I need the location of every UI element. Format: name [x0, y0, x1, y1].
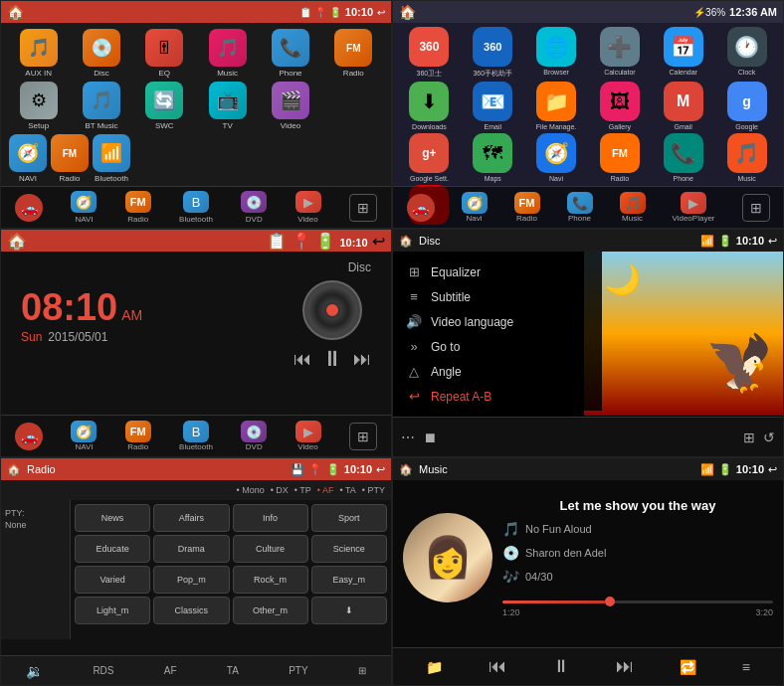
- radio-btn-news[interactable]: News: [75, 504, 150, 532]
- folder-btn[interactable]: 📁: [426, 659, 443, 675]
- nav-navi[interactable]: 🧭 NAVI: [71, 191, 97, 224]
- back-icon-p3[interactable]: ↩: [372, 233, 385, 250]
- nav-radio[interactable]: FM Radio: [125, 191, 151, 224]
- back-icon-p4[interactable]: ↩: [768, 235, 777, 248]
- radio-btn-drama[interactable]: Drama: [153, 535, 229, 563]
- menu-btn[interactable]: ⊞: [743, 429, 755, 445]
- music-playlist-btn[interactable]: ≡: [742, 659, 750, 675]
- app-navi2[interactable]: 🧭 NAVI: [9, 134, 47, 183]
- android-app-360helper[interactable]: 360 360手机助手: [463, 27, 523, 79]
- radio-btn-down[interactable]: ⬇: [311, 597, 387, 624]
- android-app-music2[interactable]: 🎵 Music: [716, 133, 777, 182]
- nav3-navi[interactable]: 🧭 NAVI: [71, 421, 97, 451]
- music-pause-btn[interactable]: ⏸: [552, 656, 570, 677]
- radio-btn-otherm[interactable]: Other_m: [233, 597, 308, 624]
- android-app-navi[interactable]: 🧭 Navi: [526, 133, 587, 182]
- stop-btn[interactable]: ⏹: [423, 429, 437, 445]
- android-app-gmail[interactable]: M Gmail: [653, 82, 713, 130]
- app-tv[interactable]: 📺 TV: [198, 82, 257, 130]
- app-disc[interactable]: 💿 Disc: [72, 29, 130, 78]
- android-app-files[interactable]: 📁 File Manage.: [526, 82, 587, 130]
- android-app-maps[interactable]: 🗺 Maps: [463, 133, 523, 182]
- nav2-navi[interactable]: 🧭 Navi: [462, 192, 488, 223]
- nav3-bt[interactable]: B Bluetooth: [179, 421, 213, 451]
- music-repeat-btn[interactable]: 🔁: [680, 659, 696, 675]
- nav2-video[interactable]: ▶ VideoPlayer: [673, 192, 715, 223]
- nav3-dvd[interactable]: 💿 DVD: [241, 421, 267, 451]
- back-icon-p6[interactable]: ↩: [768, 463, 777, 476]
- grid-btn-p2[interactable]: ⊞: [742, 194, 770, 222]
- android-app-radio[interactable]: FM Radio: [589, 133, 650, 182]
- menu-subtitle[interactable]: ≡ Subtitle: [393, 284, 602, 309]
- nav2-car[interactable]: 🚗: [407, 194, 435, 222]
- nav-video[interactable]: ▶ Video: [295, 191, 321, 224]
- app-fmradio[interactable]: FM Radio: [51, 134, 89, 183]
- app-aux[interactable]: 🎵 AUX IN: [9, 29, 68, 78]
- radio-btn-info[interactable]: Info: [233, 504, 308, 532]
- app-swc[interactable]: 🔄 SWC: [135, 82, 194, 130]
- menu-goto[interactable]: » Go to: [393, 334, 602, 359]
- radio-btn-classics[interactable]: Classics: [153, 597, 229, 624]
- nav-car-btn[interactable]: 🚗: [15, 194, 43, 222]
- more-btn[interactable]: ⋯: [401, 429, 415, 445]
- nav-bt[interactable]: B Bluetooth: [179, 191, 213, 224]
- music-prev-btn[interactable]: ⏮: [489, 656, 506, 677]
- android-app-email[interactable]: 📧 Email: [463, 82, 523, 130]
- car-icon-p3[interactable]: 🚗: [15, 423, 43, 450]
- radio-btn-popm[interactable]: Pop_m: [153, 566, 229, 594]
- android-app-google[interactable]: g Google: [716, 82, 777, 130]
- nav3-radio[interactable]: FM Radio: [125, 421, 151, 451]
- app-phone[interactable]: 📞 Phone: [261, 29, 319, 78]
- menu-equalizer[interactable]: ⊞ Equalizer: [393, 259, 602, 284]
- android-app-clock[interactable]: 🕐 Clock: [716, 27, 777, 79]
- pause-btn[interactable]: ⏸: [321, 346, 343, 372]
- ta-btn[interactable]: TA: [227, 665, 239, 676]
- app-video[interactable]: 🎬 Video: [261, 82, 319, 130]
- android-app-calc[interactable]: ➕ Calculator: [589, 27, 650, 79]
- radio-btn-sport[interactable]: Sport: [311, 504, 387, 532]
- nav2-music[interactable]: 🎵 Music: [620, 192, 646, 223]
- app-radio[interactable]: FM Radio: [324, 29, 383, 78]
- nav3-video[interactable]: ▶ Video: [295, 421, 321, 451]
- rds-btn[interactable]: RDS: [93, 665, 113, 676]
- android-app-phone[interactable]: 📞 Phone: [653, 133, 713, 182]
- radio-btn-educate[interactable]: Educate: [75, 535, 150, 563]
- app-setup[interactable]: ⚙ Setup: [9, 82, 68, 130]
- nav2-radio[interactable]: FM Radio: [514, 192, 540, 223]
- radio-btn-lightm[interactable]: Light_m: [75, 597, 150, 624]
- app-bt2[interactable]: 📶 Bluetooth: [93, 134, 130, 183]
- grid-btn-p3[interactable]: ⊞: [349, 423, 377, 450]
- android-app-gsettings[interactable]: g+ Google Sett.: [399, 133, 460, 182]
- radio-btn-culture[interactable]: Culture: [233, 535, 308, 563]
- radio-btn-science[interactable]: Science: [311, 535, 387, 563]
- menu-videolang[interactable]: 🔊 Video language: [393, 309, 602, 334]
- music-next-btn[interactable]: ⏭: [616, 656, 634, 677]
- app-btmusic[interactable]: 🎵 BT Music: [72, 82, 130, 130]
- settings-btn[interactable]: ⊞: [358, 665, 366, 676]
- android-app-360[interactable]: 360 360卫士: [399, 27, 460, 79]
- vol-down-icon[interactable]: 🔉: [26, 663, 43, 679]
- app-music[interactable]: 🎵 Music: [198, 29, 257, 78]
- prev-btn[interactable]: ⏮: [294, 349, 311, 370]
- radio-btn-easym[interactable]: Easy_m: [311, 566, 387, 594]
- android-app-gallery[interactable]: 🖼 Gallery: [589, 82, 650, 130]
- app-eq[interactable]: 🎚 EQ: [135, 29, 194, 78]
- nav-dvd[interactable]: 💿 DVD: [241, 191, 267, 224]
- radio-btn-rockm[interactable]: Rock_m: [233, 566, 308, 594]
- android-app-downloads[interactable]: ⬇ Downloads: [399, 82, 460, 130]
- menu-repeat[interactable]: ↩ Repeat A-B: [393, 384, 602, 409]
- menu-angle[interactable]: △ Angle: [393, 359, 602, 384]
- progress-bar[interactable]: [502, 600, 773, 603]
- radio-btn-affairs[interactable]: Affairs: [153, 504, 229, 532]
- android-app-browser[interactable]: 🌐 Browser: [526, 27, 587, 79]
- android-app-calendar[interactable]: 📅 Calendar: [653, 27, 713, 79]
- back-icon[interactable]: ↩: [377, 7, 385, 18]
- radio-btn-varied[interactable]: Varied: [75, 566, 150, 594]
- pty-btn[interactable]: PTY: [289, 665, 307, 676]
- nav2-phone[interactable]: 📞 Phone: [567, 192, 593, 223]
- grid-btn[interactable]: ⊞: [349, 194, 377, 222]
- back-icon-p5[interactable]: ↩: [376, 463, 385, 476]
- repeat-ctrl-btn[interactable]: ↺: [763, 429, 775, 445]
- next-btn[interactable]: ⏭: [353, 349, 371, 370]
- af-btn[interactable]: AF: [164, 665, 177, 676]
